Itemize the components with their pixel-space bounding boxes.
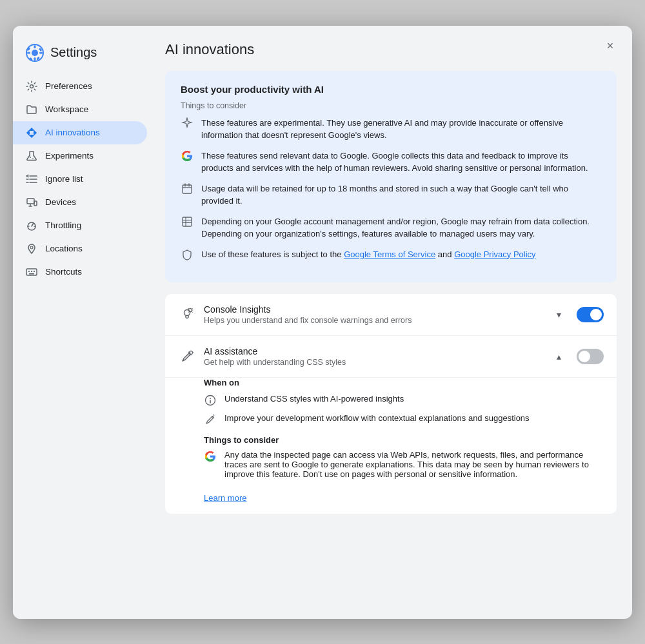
ai-assistance-row: AI assistance Get help with understandin… xyxy=(165,336,617,378)
when-on-label: When on xyxy=(204,378,604,387)
sparkle-pen-icon xyxy=(204,413,217,426)
consider-item-5: Use of these features is subject to the … xyxy=(181,248,601,262)
device-icon xyxy=(26,197,37,208)
ai-assistance-toggle[interactable] xyxy=(577,349,604,364)
console-insights-toggle[interactable] xyxy=(577,307,604,322)
svg-point-1 xyxy=(32,50,38,56)
info-card: Boost your productivity with AI Things t… xyxy=(165,71,617,282)
svg-point-28 xyxy=(30,246,33,249)
google-icon xyxy=(181,150,194,163)
sidebar-item-experiments[interactable]: Experiments xyxy=(13,144,147,168)
sidebar-item-workspace[interactable]: Workspace xyxy=(13,98,147,121)
feature-item-text-2: Improve your development workflow with c… xyxy=(224,413,530,423)
sidebar-item-label: Devices xyxy=(45,197,76,207)
consider-item-text-2: These features send relevant data to Goo… xyxy=(201,150,601,175)
svg-rect-31 xyxy=(31,271,32,272)
lightbulb-icon xyxy=(178,306,196,324)
svg-rect-33 xyxy=(29,273,34,275)
ai-assistance-expanded: When on Understand CSS styles with AI-po… xyxy=(165,378,617,514)
sidebar-item-label: Locations xyxy=(45,244,83,253)
main-content: AI innovations Boost your productivity w… xyxy=(155,26,632,619)
ai-assistance-name: AI assistance xyxy=(204,346,549,356)
sidebar-item-preferences[interactable]: Preferences xyxy=(13,75,147,98)
svg-rect-2 xyxy=(34,45,36,48)
svg-rect-22 xyxy=(34,201,37,206)
consider-item-text-5: Use of these features is subject to the … xyxy=(201,248,536,262)
keyboard-icon xyxy=(26,266,37,278)
ai-consider-text-1: Any data the inspected page can access v… xyxy=(224,450,604,479)
ai-consider-item-1: Any data the inspected page can access v… xyxy=(204,450,604,479)
flask-icon xyxy=(26,150,37,162)
sidebar: Settings Preferences xyxy=(13,26,155,619)
feature-item-1: Understand CSS styles with AI-powered in… xyxy=(204,394,604,407)
svg-rect-32 xyxy=(34,271,35,272)
svg-rect-21 xyxy=(27,199,34,204)
consider-item-2: These features send relevant data to Goo… xyxy=(181,150,601,175)
consider-item-1: These features are experimental. They us… xyxy=(181,117,601,142)
sidebar-title: Settings xyxy=(13,36,155,75)
settings-card: Console Insights Helps you understand an… xyxy=(165,294,617,514)
page-title: AI innovations xyxy=(165,41,617,58)
sidebar-item-ai-innovations[interactable]: AI innovations xyxy=(13,121,147,144)
things-to-consider-label: Things to consider xyxy=(181,101,601,110)
svg-rect-30 xyxy=(28,271,30,272)
sidebar-item-devices[interactable]: Devices xyxy=(13,191,147,214)
svg-rect-4 xyxy=(27,52,30,54)
list-icon xyxy=(26,173,37,185)
svg-rect-3 xyxy=(34,57,36,61)
svg-point-11 xyxy=(30,157,31,158)
sidebar-item-locations[interactable]: Locations xyxy=(13,237,147,260)
ai-things-label: Things to consider xyxy=(204,435,604,445)
sidebar-item-ignore-list[interactable]: Ignore list xyxy=(13,168,147,191)
privacy-link[interactable]: Google Privacy Policy xyxy=(454,249,535,259)
svg-point-10 xyxy=(30,84,34,88)
ai-assistance-info: AI assistance Get help with understandin… xyxy=(204,346,549,367)
info-card-title: Boost your productivity with AI xyxy=(181,84,601,95)
consider-item-4: Depending on your Google account managem… xyxy=(181,215,601,240)
feature-item-text-1: Understand CSS styles with AI-powered in… xyxy=(224,394,404,404)
sidebar-item-label: Workspace xyxy=(45,104,88,114)
svg-rect-34 xyxy=(183,185,192,193)
consider-item-text-3: Usage data will be retained for up to 18… xyxy=(201,182,601,208)
google-g-icon xyxy=(204,450,217,463)
console-insights-desc: Helps you understand and fix console war… xyxy=(204,316,549,325)
sidebar-item-label: Experiments xyxy=(45,151,94,161)
calendar-icon xyxy=(181,183,194,196)
consider-item-3: Usage data will be retained for up to 18… xyxy=(181,182,601,208)
sidebar-item-label: Throttling xyxy=(45,220,81,230)
ai-assist-icon xyxy=(178,347,196,366)
feature-item-2: Improve your development workflow with c… xyxy=(204,413,604,426)
console-insights-row: Console Insights Helps you understand an… xyxy=(165,294,617,336)
tos-link[interactable]: Google Terms of Service xyxy=(344,249,435,259)
svg-rect-5 xyxy=(39,52,43,54)
learn-more-link[interactable]: Learn more xyxy=(204,493,246,503)
settings-logo-icon xyxy=(26,44,44,62)
shield-icon xyxy=(181,249,194,262)
gear-icon xyxy=(26,81,37,92)
svg-rect-38 xyxy=(183,217,192,226)
sparkle-icon xyxy=(181,117,194,130)
sidebar-item-label: Shortcuts xyxy=(45,267,82,277)
table-icon xyxy=(181,216,194,229)
sidebar-item-label: AI innovations xyxy=(45,128,100,137)
sidebar-item-shortcuts[interactable]: Shortcuts xyxy=(13,260,147,284)
sidebar-item-label: Preferences xyxy=(45,81,92,91)
consider-item-text-4: Depending on your Google account managem… xyxy=(201,215,601,240)
pin-icon xyxy=(26,243,37,255)
folder-icon xyxy=(26,104,37,115)
close-button[interactable]: × xyxy=(601,37,619,55)
console-insights-chevron[interactable]: ▾ xyxy=(557,309,561,320)
sidebar-item-label: Ignore list xyxy=(45,174,83,184)
info-circle-icon xyxy=(204,394,217,407)
ai-assistance-desc: Get help with understanding CSS styles xyxy=(204,358,549,367)
svg-point-12 xyxy=(32,158,34,159)
diamond-icon xyxy=(26,127,37,139)
throttle-icon xyxy=(26,220,37,231)
settings-window: × Settings xyxy=(13,26,632,619)
svg-point-46 xyxy=(210,398,211,399)
consider-item-text-1: These features are experimental. They us… xyxy=(201,117,601,142)
console-insights-name: Console Insights xyxy=(204,304,549,315)
sidebar-item-throttling[interactable]: Throttling xyxy=(13,214,147,237)
ai-assistance-consider: Things to consider Any data the xyxy=(204,435,604,479)
ai-assistance-chevron[interactable]: ▴ xyxy=(557,351,561,362)
